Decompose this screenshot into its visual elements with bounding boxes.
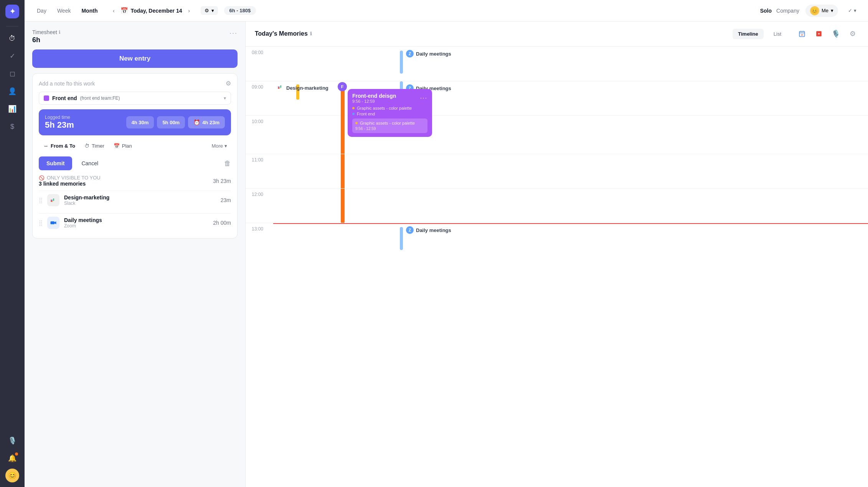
sidebar-avatar[interactable]: 😊 [5,469,19,482]
toggle-chevron: ▾ [211,8,214,13]
drag-handle-icon[interactable]: ⣿ [39,197,43,203]
delete-icon[interactable]: 🗑 [224,160,231,168]
sidebar-icon-bell[interactable]: 🔔 [5,451,20,466]
memory-duration-zoom: 2h 00m [213,220,231,226]
zoom-avatar-1300: Z [406,226,414,234]
event-daily-meetings-0800: Z Daily meetings [406,50,451,58]
left-panel: Timesheet ℹ 6h ··· New entry Add a note … [25,21,246,487]
tab-plan[interactable]: 📅 Plan [109,140,137,152]
more-button[interactable]: More ▾ [208,141,231,151]
user-pill[interactable]: 😊 Me ▾ [805,5,838,17]
from-to-label: From & To [51,143,75,149]
project-name: Front end [52,95,77,101]
event-daily-meetings-1300: Z Daily meetings [406,226,451,234]
notification-badge [15,452,18,456]
fe-sub-card: Graphic assets - color palette 9:56 - 12… [352,118,427,133]
bar-daily-meetings-1300 [400,227,403,250]
zoom-avatar-0800: Z [406,50,414,58]
time-btn-2[interactable]: 5h 00m [157,116,185,128]
note-placeholder[interactable]: Add a note fto this work [39,81,95,87]
solo-btn[interactable]: Solo [760,8,772,14]
sidebar-icon-briefcase[interactable]: ◻ [5,66,20,81]
tab-week[interactable]: Week [53,6,76,15]
time-buttons: 4h 30m 5h 00m ⏰ 4h 23m [126,116,225,128]
fe-sub-time: 9:56 - 12:59 [355,127,424,131]
settings-icon[interactable]: ⚙ [226,80,231,87]
time-btn-1[interactable]: 4h 30m [126,116,154,128]
svg-rect-5 [52,201,53,202]
sidebar-icon-mic[interactable]: 🎙️ [5,433,20,448]
timesheet-hours: 6h [32,36,61,44]
memories-header: 🚫 ONLY VISIBLE TO YOU 3 linked memories … [39,175,231,187]
solo-company-toggle: Solo Company [760,8,799,14]
logged-minutes: 23m [57,120,74,130]
google-calendar-icon[interactable]: 14 [796,28,808,40]
logged-time-card: Logged time 5h 23m 4h 30m 5h 00m ⏰ 4h 23… [39,109,231,135]
tab-month[interactable]: Month [77,6,102,15]
company-btn[interactable]: Company [776,8,799,14]
new-entry-button[interactable]: New entry [32,49,238,68]
timesheet-more-button[interactable]: ··· [229,29,238,37]
event-label-1300: Daily meetings [416,227,451,233]
svg-rect-15 [278,87,279,88]
sidebar-icon-user[interactable]: 👤 [5,84,20,99]
tab-day[interactable]: Day [32,6,51,15]
red-icon-button[interactable]: M [813,28,825,40]
timeline-view-btn[interactable]: Timeline [733,29,764,39]
sidebar-icon-checkmark[interactable]: ✓ [5,49,20,63]
shield-chevron-icon: ▾ [854,8,856,13]
timeline-content-1000: F Front-end deisgn 9:56 - 12:59 ··· [273,116,868,146]
date-text: Today, December 14 [130,8,182,14]
tab-from-to[interactable]: ↔ From & To [39,140,80,152]
timeline: 08:00 Z Daily meetings 09:00 [246,46,868,487]
memory-name-zoom: Daily meetings [64,217,208,223]
slack-icon [47,194,59,206]
fe-card-title: Front-end deisgn [352,93,396,99]
view-toggle[interactable]: ⚙ ▾ [201,6,218,15]
submit-button[interactable]: Submit [39,156,72,170]
settings-icon-right[interactable]: ⚙ [847,28,859,40]
sidebar-divider [6,26,18,26]
sidebar: ✦ ⏱ ✓ ◻ 👤 📊 $ 🎙️ 🔔 😊 [0,0,25,487]
logged-time: 5h 23m [45,120,74,130]
sidebar-logo[interactable]: ✦ [5,5,19,18]
time-label-0800: 08:00 [246,47,273,55]
timeline-row-1100: 11:00 [246,154,868,188]
drag-handle-icon-zoom[interactable]: ⣿ [39,220,43,226]
logged-left: Logged time 5h 23m [45,115,74,130]
cancel-button[interactable]: Cancel [75,156,104,170]
fe-sub-item-label: Graphic assets - color palette [360,121,415,125]
svg-rect-2 [52,200,53,201]
zoom-icon [47,217,59,229]
memory-item-slack: ⣿ Design-market [39,191,231,209]
tab-timer[interactable]: ⏱ Timer [80,140,109,152]
svg-text:14: 14 [801,34,803,36]
date-label: 📅 Today, December 14 [120,7,182,14]
timesheet-title: Timesheet ℹ [32,29,61,35]
list-view-btn[interactable]: List [768,29,787,39]
memory-item-zoom: ⣿ Daily meetings Zoom 2h 00m [39,213,231,232]
logged-label: Logged time [45,115,74,120]
right-header: Today's Memories ℹ Timeline List 14 [246,21,868,46]
plan-label: Plan [122,143,132,149]
body: Timesheet ℹ 6h ··· New entry Add a note … [25,21,868,487]
timeline-content-1300: Z Daily meetings [273,223,868,254]
mic-icon-right[interactable]: 🎙️ [830,28,842,40]
memory-app-zoom: Zoom [64,223,208,229]
timeline-row-1000: 10:00 F Front-end deisgn [246,115,868,154]
fe-item-label-0: Graphic assets - color palette [357,106,412,110]
shield-pill[interactable]: ✓ ▾ [844,6,860,15]
project-tag: (front end team:FE) [80,95,120,101]
time-btn-3[interactable]: ⏰ 4h 23m [188,116,225,128]
memory-name-slack: Design-marketing [64,194,216,201]
prev-arrow[interactable]: ‹ [108,5,119,16]
fe-card-more-icon[interactable]: ··· [420,95,427,102]
next-arrow[interactable]: › [184,5,195,16]
project-row[interactable]: Front end (front end team:FE) ▾ [39,92,231,105]
project-chevron-icon: ▾ [224,95,226,101]
sidebar-icon-clock[interactable]: ⏱ [5,31,20,46]
sidebar-icon-dollar[interactable]: $ [5,119,20,134]
sidebar-icon-chart[interactable]: 📊 [5,102,20,116]
svg-rect-16 [279,87,280,88]
right-panel: Today's Memories ℹ Timeline List 14 [246,21,868,487]
